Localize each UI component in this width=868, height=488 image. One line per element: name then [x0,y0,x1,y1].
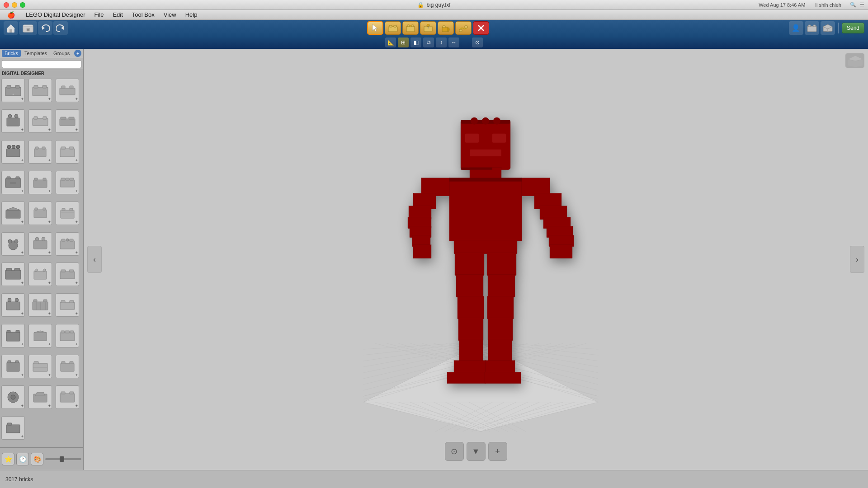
color-btn[interactable]: 🎨 [31,453,43,465]
brick-item[interactable]: + [1,293,25,317]
svg-point-52 [7,145,11,149]
zoom-fit-btn[interactable]: + [488,442,507,461]
brick-item[interactable]: + [56,202,79,225]
recent-btn[interactable]: 🕐 [16,453,29,465]
next-arrow[interactable]: › [850,246,864,273]
svg-rect-201 [455,253,484,276]
brick-item[interactable]: + [56,355,79,378]
brick-item[interactable]: + [28,263,52,286]
brick-item[interactable]: + [1,416,25,440]
brick-item[interactable]: + [28,355,52,378]
menu-view[interactable]: View [160,10,180,19]
svg-rect-79 [70,208,73,211]
select-tool-button[interactable] [367,21,383,35]
brick-build-button[interactable] [385,21,401,35]
brick-item[interactable]: + [28,202,52,225]
hinge-tool-button[interactable] [420,21,436,35]
brick-item[interactable]: + [28,324,52,347]
brick-item[interactable]: + + [1,79,25,102]
close-button[interactable] [4,2,9,8]
brick-item[interactable]: + [28,79,52,102]
svg-rect-78 [62,208,65,211]
search-icon[interactable]: 🔍 [850,2,856,8]
groups-tab[interactable]: Groups [51,50,72,57]
brick-item[interactable]: + [56,293,79,317]
top-right-tools: 👤 Send [789,21,864,35]
brick-item[interactable]: + [56,109,79,133]
flex-tool-button[interactable] [455,21,472,35]
brick-item[interactable]: + [28,385,52,409]
pieces-icon[interactable] [805,21,819,35]
send-button[interactable]: Send [842,23,864,33]
delete-tool-button[interactable] [473,21,489,35]
view-btn2[interactable]: ⧉ [423,38,434,47]
brick-item[interactable]: + [56,79,79,102]
brick-item[interactable]: + [56,232,79,256]
svg-rect-121 [8,361,11,363]
svg-rect-65 [33,180,47,188]
box-icon[interactable] [821,21,835,35]
home-button[interactable] [4,21,18,35]
rotate-view-btn[interactable]: ▼ [467,442,486,461]
menu-toolbox[interactable]: Tool Box [128,10,158,19]
apple-menu[interactable]: 🍎 [4,10,19,19]
brick-item[interactable]: + [1,355,25,378]
svg-rect-33 [7,85,11,88]
svg-rect-107 [33,300,37,302]
camera-btn[interactable]: ⊙ [472,38,483,47]
maximize-button[interactable] [20,2,25,8]
redo-button[interactable] [53,21,68,35]
svg-rect-50 [69,117,74,119]
undo-button[interactable] [38,21,52,35]
people-icon[interactable]: 👤 [789,21,803,35]
paint-tool-button[interactable] [438,21,454,35]
menu-app[interactable]: LEGO Digital Designer [22,10,89,19]
brick-item[interactable]: + [56,140,79,164]
brick-item[interactable]: + [56,385,79,409]
view-btn1[interactable]: ◧ [410,38,421,47]
add-panel-btn[interactable]: + [74,50,81,57]
reset-view-btn[interactable]: ⊙ [445,442,464,461]
open-button[interactable]: ▣ [19,21,37,35]
svg-point-44 [14,114,18,118]
decorate-button[interactable] [402,21,419,35]
templates-tab[interactable]: Templates [22,50,50,57]
brick-item[interactable]: + [1,232,25,256]
brick-item[interactable]: + [28,140,52,164]
brick-item[interactable]: + [1,263,25,286]
brick-search-input[interactable] [2,60,81,68]
favorites-btn[interactable]: ⭐ [2,453,14,465]
brick-item[interactable]: + [56,171,79,194]
svg-rect-118 [70,331,74,333]
traffic-lights[interactable] [4,2,25,8]
menu-file[interactable]: File [91,10,108,19]
svg-rect-93 [14,268,20,271]
view-btn3[interactable]: ↕ [436,38,447,47]
notification-icon[interactable]: ☰ [860,2,864,8]
brick-item[interactable]: + [1,171,25,194]
brick-item[interactable]: + [1,109,25,133]
brick-item[interactable]: + [28,293,52,317]
minimize-button[interactable] [12,2,17,8]
brick-item[interactable]: + [1,140,25,164]
brick-item[interactable]: + [28,109,52,133]
brick-item[interactable]: + [28,232,52,256]
menu-edit[interactable]: Edit [109,10,126,19]
svg-rect-89 [70,239,73,241]
svg-rect-20 [443,26,445,28]
svg-rect-212 [488,339,512,362]
grid-btn[interactable]: ⊞ [398,38,409,47]
brick-item[interactable]: + [28,171,52,194]
prev-arrow[interactable]: ‹ [87,246,102,273]
brick-item[interactable]: + [56,324,79,347]
svg-rect-25 [807,26,816,32]
zoom-slider[interactable] [45,458,81,460]
brick-item[interactable]: + [56,263,79,286]
bricks-tab[interactable]: Bricks [2,50,21,57]
view-btn4[interactable]: ↔ [448,38,459,47]
menu-help[interactable]: Help [182,10,201,19]
brick-item[interactable]: + [1,324,25,347]
brick-item[interactable]: + [1,202,25,225]
brick-item[interactable]: + [1,385,25,409]
snap-btn[interactable]: 📐 [385,38,396,47]
